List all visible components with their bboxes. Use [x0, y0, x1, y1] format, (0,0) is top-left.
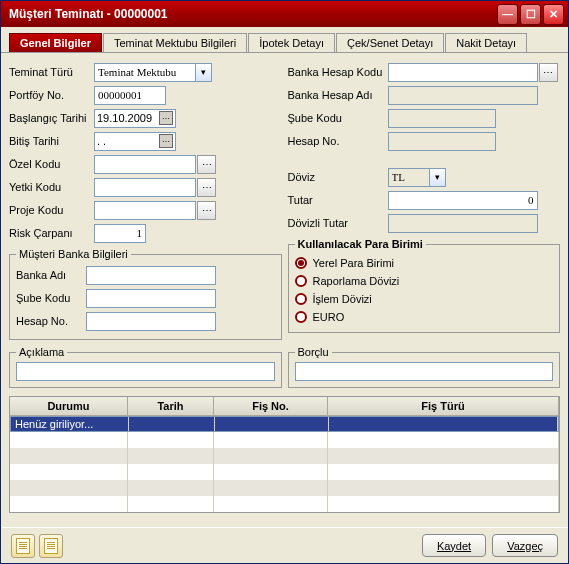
label-sube-kodu-m: Şube Kodu	[16, 292, 86, 304]
input-aciklama[interactable]	[16, 362, 275, 381]
lookup-banka-hesap[interactable]: ⋯	[539, 63, 558, 82]
tab-teminat-mektubu[interactable]: Teminat Mektubu Bilgileri	[103, 33, 247, 52]
col-fis-turu[interactable]: Fiş Türü	[328, 397, 559, 416]
col-fis-no[interactable]: Fiş No.	[214, 397, 328, 416]
input-risk-carpani[interactable]	[94, 224, 146, 243]
label-banka-adi: Banka Adı	[16, 269, 86, 281]
radio-label-yerel: Yerel Para Birimi	[313, 257, 395, 269]
label-sube-kodu: Şube Kodu	[288, 112, 388, 124]
legend-para-birimi: Kullanılacak Para Birimi	[295, 238, 426, 250]
tab-nakit-detayi[interactable]: Nakit Detayı	[445, 33, 527, 52]
radio-euro[interactable]: EURO	[295, 308, 554, 326]
table-row[interactable]: Henüz giriliyor...	[10, 416, 559, 432]
label-risk-carpani: Risk Çarpanı	[9, 227, 94, 239]
radio-label-raporlama: Raporlama Dövizi	[313, 275, 400, 287]
dropdown-doviz[interactable]	[429, 168, 446, 187]
input-ozel-kodu[interactable]	[94, 155, 196, 174]
col-tarih[interactable]: Tarih	[128, 397, 214, 416]
label-hesap-no: Hesap No.	[288, 135, 388, 147]
cell-fis-no	[215, 417, 329, 431]
col-durumu[interactable]: Durumu	[10, 397, 128, 416]
table-row[interactable]	[10, 496, 559, 512]
input-tutar[interactable]	[388, 191, 538, 210]
group-musteri-banka: Müşteri Banka Bilgileri Banka Adı Şube K…	[9, 248, 282, 340]
group-aciklama: Açıklama	[9, 346, 282, 388]
input-sube-kodu	[388, 109, 496, 128]
tab-bar: Genel Bilgiler Teminat Mektubu Bilgileri…	[1, 27, 568, 53]
grid-body: Henüz giriliyor...	[10, 416, 559, 512]
input-proje-kodu[interactable]	[94, 201, 196, 220]
radio-icon	[295, 257, 307, 269]
left-column: Teminat Türü Portföy No. Başlangıç Tarih…	[9, 61, 282, 340]
label-tutar: Tutar	[288, 194, 388, 206]
group-borclu: Borçlu	[288, 346, 561, 388]
tab-cek-senet[interactable]: Çek/Senet Detayı	[336, 33, 444, 52]
input-sube-kodu-m[interactable]	[86, 289, 216, 308]
footer-action-1[interactable]	[11, 534, 35, 558]
radio-icon	[295, 293, 307, 305]
cell-tarih	[129, 417, 215, 431]
table-row[interactable]	[10, 448, 559, 464]
vazgec-button[interactable]: Vazgeç	[492, 534, 558, 557]
label-doviz: Döviz	[288, 171, 388, 183]
minimize-button[interactable]: —	[497, 4, 518, 25]
right-column: Banka Hesap Kodu ⋯ Banka Hesap Adı Şube …	[288, 61, 561, 340]
input-banka-hesap-kodu[interactable]	[388, 63, 538, 82]
window-title: Müşteri Teminatı - 00000001	[5, 7, 497, 21]
data-grid[interactable]: Durumu Tarih Fiş No. Fiş Türü Henüz giri…	[9, 396, 560, 513]
input-teminat-turu[interactable]	[94, 63, 196, 82]
calendar-icon[interactable]: ⋯	[159, 134, 173, 148]
label-dovizli-tutar: Dövizli Tutar	[288, 217, 388, 229]
label-ozel-kodu: Özel Kodu	[9, 158, 94, 170]
dropdown-teminat-turu[interactable]	[195, 63, 212, 82]
label-yetki-kodu: Yetki Kodu	[9, 181, 94, 193]
input-banka-adi[interactable]	[86, 266, 216, 285]
radio-islem-dovizi[interactable]: İşlem Dövizi	[295, 290, 554, 308]
legend-borclu: Borçlu	[295, 346, 332, 358]
input-borclu[interactable]	[295, 362, 554, 381]
cell-fis-turu	[329, 417, 558, 431]
input-hesap-no	[388, 132, 496, 151]
radio-yerel-para[interactable]: Yerel Para Birimi	[295, 254, 554, 272]
radio-raporlama-dovizi[interactable]: Raporlama Dövizi	[295, 272, 554, 290]
label-bitis: Bitiş Tarihi	[9, 135, 94, 147]
input-portfoy-no[interactable]	[94, 86, 166, 105]
label-banka-hesap-adi: Banka Hesap Adı	[288, 89, 388, 101]
grid-header: Durumu Tarih Fiş No. Fiş Türü	[10, 397, 559, 416]
maximize-button[interactable]: ☐	[520, 4, 541, 25]
lookup-yetki-kodu[interactable]: ⋯	[197, 178, 216, 197]
input-hesap-no-m[interactable]	[86, 312, 216, 331]
table-row[interactable]	[10, 464, 559, 480]
input-banka-hesap-adi	[388, 86, 538, 105]
cell-durumu: Henüz giriliyor...	[11, 417, 129, 431]
legend-musteri-banka: Müşteri Banka Bilgileri	[16, 248, 131, 260]
lookup-ozel-kodu[interactable]: ⋯	[197, 155, 216, 174]
main-window: Müşteri Teminatı - 00000001 — ☐ ✕ Genel …	[0, 0, 569, 564]
table-row[interactable]	[10, 432, 559, 448]
radio-label-islem: İşlem Dövizi	[313, 293, 372, 305]
radio-label-euro: EURO	[313, 311, 345, 323]
input-doviz	[388, 168, 430, 187]
date-field-baslangic[interactable]	[97, 112, 159, 124]
titlebar: Müşteri Teminatı - 00000001 — ☐ ✕	[1, 1, 568, 27]
footer-action-2[interactable]	[39, 534, 63, 558]
radio-icon	[295, 275, 307, 287]
lookup-proje-kodu[interactable]: ⋯	[197, 201, 216, 220]
close-button[interactable]: ✕	[543, 4, 564, 25]
footer: Kaydet Vazgeç	[1, 527, 568, 563]
label-proje-kodu: Proje Kodu	[9, 204, 94, 216]
tab-ipotek-detayi[interactable]: İpotek Detayı	[248, 33, 335, 52]
tab-genel-bilgiler[interactable]: Genel Bilgiler	[9, 33, 102, 52]
table-row[interactable]	[10, 480, 559, 496]
content-area: Teminat Türü Portföy No. Başlangıç Tarih…	[1, 53, 568, 527]
group-para-birimi: Kullanılacak Para Birimi Yerel Para Biri…	[288, 238, 561, 333]
input-baslangic-tarihi[interactable]: ⋯	[94, 109, 176, 128]
radio-icon	[295, 311, 307, 323]
input-bitis-tarihi[interactable]: ⋯	[94, 132, 176, 151]
calendar-icon[interactable]: ⋯	[159, 111, 173, 125]
date-field-bitis[interactable]	[97, 135, 159, 147]
label-portfoy-no: Portföy No.	[9, 89, 94, 101]
kaydet-button[interactable]: Kaydet	[422, 534, 486, 557]
input-yetki-kodu[interactable]	[94, 178, 196, 197]
document-icon	[16, 538, 30, 554]
